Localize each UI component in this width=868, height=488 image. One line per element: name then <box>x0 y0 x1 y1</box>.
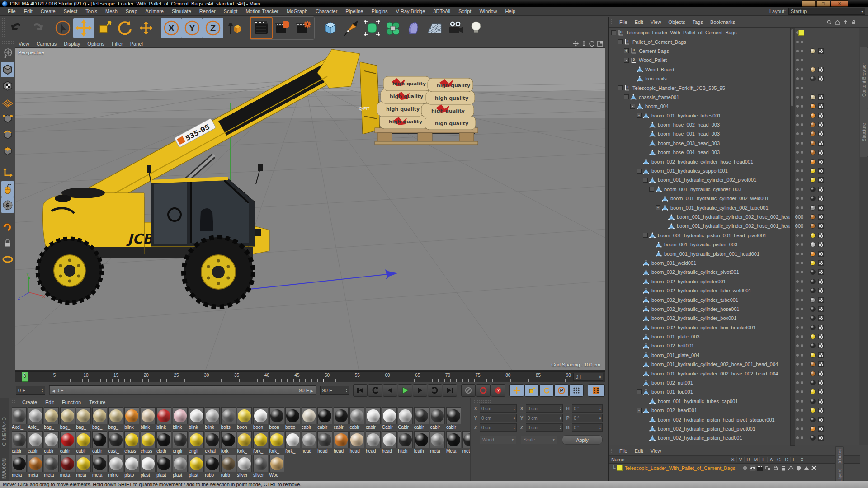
material-swatch[interactable]: plast <box>173 455 189 479</box>
stepper-arrows[interactable]: ▴▾ <box>599 416 601 420</box>
material-swatch[interactable]: cabir <box>44 431 60 455</box>
material-swatch[interactable]: cabir <box>12 431 28 455</box>
redo-icon[interactable] <box>27 18 48 38</box>
visibility-dots[interactable] <box>796 243 803 246</box>
keyframe-pla-icon[interactable] <box>569 384 584 397</box>
main-menu-pipeline[interactable]: Pipeline <box>341 8 367 15</box>
collapse-icon[interactable]: - <box>624 94 629 99</box>
material-tag-icon[interactable] <box>810 306 816 312</box>
viewport-dot-icon[interactable] <box>796 234 799 237</box>
visibility-icon[interactable] <box>749 465 756 471</box>
object-row[interactable]: boom_001_hydraulic_cylinder_002_weld001 <box>609 194 860 203</box>
viewport-dot-icon[interactable] <box>796 317 799 319</box>
previous-frame-icon[interactable] <box>383 384 397 397</box>
material-swatch[interactable]: mirro <box>108 455 125 479</box>
last-tool-icon[interactable] <box>136 18 156 38</box>
render-dot-icon[interactable] <box>801 68 803 71</box>
object-name[interactable]: Telescopic_Loader_With_Pallet_of_Cement_… <box>626 30 737 35</box>
material-tag-icon[interactable] <box>810 131 816 136</box>
texture-tag-icon[interactable] <box>818 352 824 358</box>
layer-icon[interactable] <box>764 465 771 471</box>
next-frame-icon[interactable] <box>413 384 427 397</box>
material-tag-icon[interactable] <box>810 122 816 127</box>
material-tag-icon[interactable] <box>810 426 816 432</box>
texture-tag-icon[interactable] <box>818 297 824 303</box>
rotation-h-field[interactable]: 0 °▴▾ <box>572 404 603 413</box>
material-swatch[interactable]: fork_ <box>269 431 286 455</box>
tab-content-browser[interactable]: Content Browser <box>860 47 868 113</box>
texture-tag-icon[interactable] <box>818 325 824 330</box>
viewport-dot-icon[interactable] <box>796 225 799 227</box>
visibility-dots[interactable] <box>796 280 803 283</box>
x-axis-lock-icon[interactable]: X <box>161 18 182 38</box>
viewport-dot-icon[interactable] <box>796 253 799 255</box>
viewport-solo-icon[interactable] <box>1 181 14 197</box>
object-row[interactable]: boom_002_hydraulic_cylinder_pivot001 <box>609 267 860 277</box>
material-swatch[interactable]: cabir <box>28 431 44 455</box>
visibility-dots[interactable] <box>796 169 803 172</box>
viewport-dot-icon[interactable] <box>796 390 799 393</box>
keyframe-selection-icon[interactable]: ? <box>491 384 505 397</box>
object-row[interactable]: boom_001_hydraulic_cylinder_002_hose_002… <box>609 369 860 378</box>
texture-tag-icon[interactable] <box>818 260 824 266</box>
polygon-object-icon[interactable] <box>649 417 656 422</box>
viewport-dot-icon[interactable] <box>796 354 799 357</box>
preview-range-slider[interactable]: ◀ 0 F 90 F ▶ <box>49 385 316 395</box>
object-row[interactable]: -boom_001_hydraulics_support001 <box>609 166 860 175</box>
apply-button[interactable]: Apply <box>562 435 603 445</box>
object-name[interactable]: boom_001_hydraulic_cylinder_002_hose_001… <box>677 223 803 229</box>
render-dot-icon[interactable] <box>801 123 803 126</box>
object-name[interactable]: boom_001_plate_003 <box>651 334 699 339</box>
polygon-object-icon[interactable] <box>643 260 650 266</box>
object-row[interactable]: Iron_nails <box>609 74 860 83</box>
texture-tag-icon[interactable] <box>818 67 824 72</box>
goto-end-icon[interactable] <box>443 384 457 397</box>
material-swatch[interactable]: leath <box>414 431 430 455</box>
render-dot-icon[interactable] <box>801 77 803 80</box>
material-tag-icon[interactable] <box>810 352 816 358</box>
render-dot-icon[interactable] <box>801 344 803 347</box>
material-tag-icon[interactable] <box>810 159 816 164</box>
polygon-object-icon[interactable] <box>656 186 662 192</box>
object-name[interactable]: Wood_Board <box>645 67 674 72</box>
polygon-object-icon[interactable] <box>662 205 669 211</box>
object-row[interactable]: boom_001_hydraulic_cylinder_002_hose_001… <box>609 360 860 369</box>
viewport-menu-options[interactable]: Options <box>84 41 108 47</box>
material-swatch[interactable]: meta <box>44 455 60 479</box>
zoom-view-icon[interactable] <box>580 41 587 47</box>
expand-icon[interactable]: + <box>624 48 629 53</box>
material-tag-icon[interactable] <box>810 214 816 220</box>
null-object-icon[interactable]: 0 <box>624 39 631 45</box>
polygon-object-icon[interactable] <box>643 113 650 118</box>
material-swatch[interactable]: bag_ <box>92 407 108 431</box>
material-swatch[interactable]: meta <box>430 431 446 455</box>
polygon-object-icon[interactable] <box>643 343 650 349</box>
material-swatch[interactable]: fork_ <box>237 431 253 455</box>
material-swatch[interactable]: silver <box>253 455 269 479</box>
object-name[interactable]: boom_hose_002_head_003 <box>658 122 720 127</box>
axis-mode-icon[interactable] <box>1 165 14 180</box>
visibility-dots[interactable] <box>796 354 803 357</box>
object-row[interactable]: boom_hose_003_head_003 <box>609 139 860 148</box>
object-name[interactable]: boom_002_hydraulic_piston_head_pivot001 <box>658 426 755 432</box>
polygon-object-icon[interactable] <box>649 232 656 238</box>
viewport-dot-icon[interactable] <box>796 188 799 191</box>
visibility-dots[interactable] <box>796 317 803 319</box>
material-tag-icon[interactable] <box>810 251 816 257</box>
viewport-menu-filter[interactable]: Filter <box>108 41 126 47</box>
texture-tag-icon[interactable] <box>818 103 824 109</box>
material-tag-icon[interactable] <box>810 371 816 376</box>
object-name[interactable]: boom_004 <box>645 103 669 109</box>
perspective-viewport[interactable]: Q-FIT <box>15 48 605 371</box>
viewport-dot-icon[interactable] <box>796 151 799 154</box>
light-icon[interactable] <box>466 18 486 38</box>
lock-icon[interactable] <box>772 465 779 471</box>
polygon-object-icon[interactable] <box>649 131 656 137</box>
object-row[interactable]: boom_001_hydraulic_piston_001_head001 <box>609 249 860 258</box>
material-swatch[interactable]: cabir <box>317 407 334 431</box>
visibility-dots[interactable] <box>796 68 803 71</box>
visibility-dots[interactable] <box>796 363 803 366</box>
object-name[interactable]: boom_001_hydraulics_support001 <box>651 168 728 174</box>
viewport-dot-icon[interactable] <box>796 335 799 338</box>
visibility-dots[interactable] <box>796 151 803 154</box>
